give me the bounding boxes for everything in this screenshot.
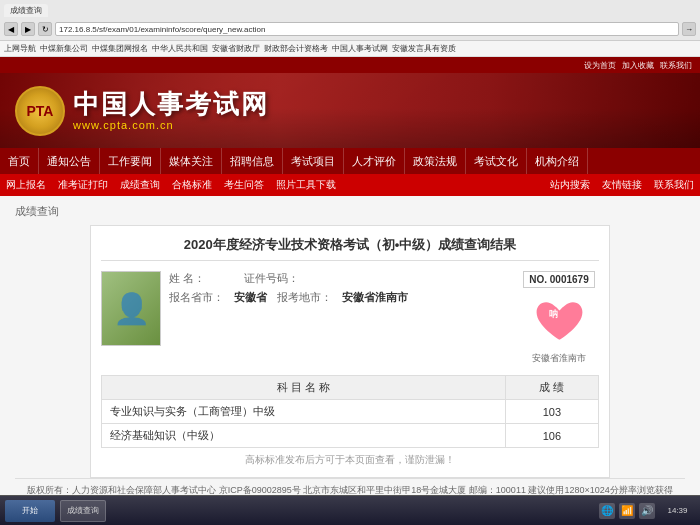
- content-area: 成绩查询 2020年度经济专业技术资格考试（初•中级）成绩查询结果 姓 名：: [0, 196, 700, 495]
- taskbar-icon-1: 🌐: [599, 503, 615, 519]
- score-row-2: 经济基础知识（中级） 106: [102, 424, 599, 448]
- score-1: 103: [505, 400, 598, 424]
- taskbar-item-browser[interactable]: 成绩查询: [60, 500, 106, 522]
- browser-window: 成绩查询 ◀ ▶ ↻ 172.16.8.5/sf/exam/01/examini…: [0, 0, 700, 495]
- taskbar: 开始 成绩查询 🌐 📶 🔊 14:39: [0, 495, 700, 525]
- col-score: 成 绩: [505, 376, 598, 400]
- svg-text:呐: 呐: [548, 309, 557, 319]
- nav-exams[interactable]: 考试项目: [283, 148, 344, 174]
- nav-policy[interactable]: 政策法规: [405, 148, 466, 174]
- forward-button[interactable]: ▶: [21, 22, 35, 36]
- taskbar-icons: 🌐 📶 🔊: [599, 503, 655, 519]
- exam-location-label: 报考地市：: [277, 290, 332, 305]
- address-bar[interactable]: 172.16.8.5/sf/exam/01/examininfo/score/q…: [55, 22, 679, 36]
- nav-institutions[interactable]: 机构介绍: [527, 148, 588, 174]
- subject-2: 经济基础知识（中级）: [102, 424, 506, 448]
- bookmark-7[interactable]: 中国人事考试网: [332, 43, 388, 54]
- sub-navigation: 网上报名 准考证打印 成绩查询 合格标准 考生问答 照片工具下载 站内搜索 友情…: [0, 174, 700, 196]
- subnav-qa[interactable]: 考生问答: [218, 174, 270, 196]
- subnav-registration[interactable]: 网上报名: [0, 174, 52, 196]
- bookmark-6[interactable]: 财政部会计资格考: [264, 43, 328, 54]
- site-logo: PTA: [15, 86, 65, 136]
- subnav-admission[interactable]: 准考证打印: [52, 174, 114, 196]
- sticker-subtext: 安徽省淮南市: [532, 352, 586, 365]
- subnav-standards[interactable]: 合格标准: [166, 174, 218, 196]
- bookmark-5[interactable]: 安徽省财政厅: [212, 43, 260, 54]
- info-row-name: 姓 名： 证件号码：: [169, 271, 511, 286]
- exam-location-value: 安徽省淮南市: [342, 290, 408, 305]
- browser-chrome: 成绩查询 ◀ ▶ ↻ 172.16.8.5/sf/exam/01/examini…: [0, 0, 700, 41]
- breadcrumb: 成绩查询: [15, 204, 685, 219]
- subject-1: 专业知识与实务（工商管理）中级: [102, 400, 506, 424]
- candidate-info-section: 姓 名： 证件号码： 报名省市： 安徽省 报考地市： 安徽省淮南市: [101, 271, 599, 365]
- website-content: 设为首页 加入收藏 联系我们 PTA 中国人事考试网 www.cpta.com.…: [0, 57, 700, 495]
- add-favorite[interactable]: 加入收藏: [622, 60, 654, 71]
- back-button[interactable]: ◀: [4, 22, 18, 36]
- nav-culture[interactable]: 考试文化: [466, 148, 527, 174]
- nav-media[interactable]: 媒体关注: [161, 148, 222, 174]
- report-city-value: 安徽省: [234, 290, 267, 305]
- bookmark-8[interactable]: 安徽发言具有资质: [392, 43, 456, 54]
- nav-talent[interactable]: 人才评价: [344, 148, 405, 174]
- subnav-links[interactable]: 友情链接: [596, 174, 648, 196]
- logo-area: PTA 中国人事考试网 www.cpta.com.cn: [15, 86, 269, 136]
- heart-sticker: 呐: [532, 294, 587, 349]
- browser-tabs: 成绩查询: [4, 2, 696, 18]
- candidate-info-table: 姓 名： 证件号码： 报名省市： 安徽省 报考地市： 安徽省淮南市: [169, 271, 511, 365]
- scores-table: 科 目 名 称 成 绩 专业知识与实务（工商管理）中级 103 经济基础知识（中…: [101, 375, 599, 448]
- main-navigation: 首页 通知公告 工作要闻 媒体关注 招聘信息 考试项目 人才评价 政策法规 考试…: [0, 148, 700, 174]
- id-label: 证件号码：: [244, 271, 299, 286]
- sticker-area: NO. 0001679 呐 安徽省淮南市: [519, 271, 599, 365]
- utility-bar: 设为首页 加入收藏 联系我们: [0, 57, 700, 73]
- nav-news[interactable]: 工作要闻: [100, 148, 161, 174]
- taskbar-icon-3: 🔊: [639, 503, 655, 519]
- name-label: 姓 名：: [169, 271, 224, 286]
- refresh-button[interactable]: ↻: [38, 22, 52, 36]
- site-footer: 版权所有：人力资源和社会保障部人事考试中心 京ICP备09002895号 北京市…: [15, 478, 685, 495]
- browser-tab-active[interactable]: 成绩查询: [4, 4, 48, 17]
- site-title-chinese: 中国人事考试网: [73, 90, 269, 119]
- candidate-photo: [101, 271, 161, 346]
- subnav-search[interactable]: 站内搜索: [544, 174, 596, 196]
- site-header: PTA 中国人事考试网 www.cpta.com.cn: [0, 73, 700, 148]
- bookmark-1[interactable]: 上网导航: [4, 43, 36, 54]
- subnav-photo-tools[interactable]: 照片工具下载: [270, 174, 342, 196]
- score-2: 106: [505, 424, 598, 448]
- bookmark-3[interactable]: 中煤集团网报名: [92, 43, 148, 54]
- site-url: www.cpta.com.cn: [73, 119, 269, 131]
- nav-recruitment[interactable]: 招聘信息: [222, 148, 283, 174]
- score-row-1: 专业知识与实务（工商管理）中级 103: [102, 400, 599, 424]
- bookmarks-bar: 上网导航 中煤新集公司 中煤集团网报名 中华人民共和国 安徽省财政厅 财政部会计…: [0, 41, 700, 57]
- results-title: 2020年度经济专业技术资格考试（初•中级）成绩查询结果: [101, 236, 599, 261]
- nav-home[interactable]: 首页: [0, 148, 39, 174]
- site-title-area: 中国人事考试网 www.cpta.com.cn: [73, 90, 269, 131]
- nav-notices[interactable]: 通知公告: [39, 148, 100, 174]
- go-button[interactable]: →: [682, 22, 696, 36]
- report-city-label: 报名省市：: [169, 290, 224, 305]
- taskbar-clock: 14:39: [660, 506, 695, 515]
- contact-us-utility[interactable]: 联系我们: [660, 60, 692, 71]
- col-subject: 科 目 名 称: [102, 376, 506, 400]
- results-card: 2020年度经济专业技术资格考试（初•中级）成绩查询结果 姓 名： 证件号码：: [90, 225, 610, 478]
- browser-addressbar: ◀ ▶ ↻ 172.16.8.5/sf/exam/01/examininfo/s…: [4, 20, 696, 38]
- note-text: 高标标准发布后方可于本页面查看，谨防泄漏！: [101, 453, 599, 467]
- subnav-contact[interactable]: 联系我们: [648, 174, 700, 196]
- set-homepage[interactable]: 设为首页: [584, 60, 616, 71]
- info-row-city: 报名省市： 安徽省 报考地市： 安徽省淮南市: [169, 290, 511, 305]
- start-button[interactable]: 开始: [5, 500, 55, 522]
- bookmark-2[interactable]: 中煤新集公司: [40, 43, 88, 54]
- subnav-scores[interactable]: 成绩查询: [114, 174, 166, 196]
- taskbar-icon-2: 📶: [619, 503, 635, 519]
- desktop: 成绩查询 ◀ ▶ ↻ 172.16.8.5/sf/exam/01/examini…: [0, 0, 700, 525]
- id-number-box: NO. 0001679: [523, 271, 595, 288]
- bookmark-4[interactable]: 中华人民共和国: [152, 43, 208, 54]
- taskbar-items: 成绩查询: [60, 500, 594, 522]
